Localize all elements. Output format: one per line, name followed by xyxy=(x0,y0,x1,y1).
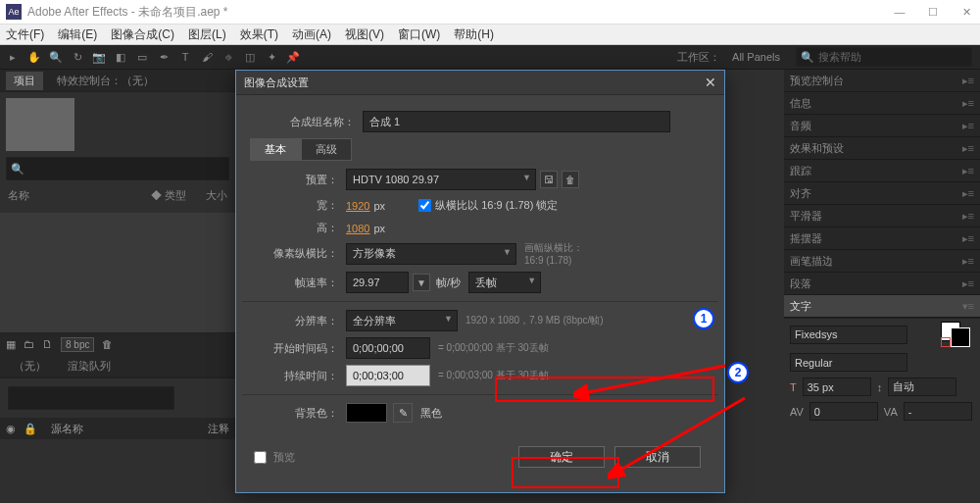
tab-render-queue[interactable]: 渲染队列 xyxy=(60,357,119,376)
tab-advanced[interactable]: 高级 xyxy=(301,138,352,161)
tab-effect-controls[interactable]: 特效控制台：（无） xyxy=(49,72,162,90)
project-search-input[interactable]: 🔍 xyxy=(6,157,229,180)
fps-input[interactable]: 29.97 xyxy=(346,272,409,293)
preview-checkbox[interactable] xyxy=(254,451,267,464)
preset-dropdown[interactable]: HDTV 1080 29.97▼ xyxy=(346,169,536,190)
no-color-icon[interactable] xyxy=(941,337,951,347)
menu-layer[interactable]: 图层(L) xyxy=(188,26,226,43)
lock-icon[interactable]: 🔒 xyxy=(24,423,37,435)
ok-button[interactable]: 确定 xyxy=(518,446,605,468)
lock-aspect-checkbox[interactable] xyxy=(418,199,431,212)
save-preset-icon[interactable]: 🖫 xyxy=(540,171,558,188)
bgcolor-name: 黑色 xyxy=(420,406,442,421)
resolution-dropdown[interactable]: 全分辨率▼ xyxy=(346,310,458,331)
rstrip-effects[interactable]: 效果和预设▸≡ xyxy=(784,137,980,160)
rstrip-tracker[interactable]: 跟踪▸≡ xyxy=(784,160,980,182)
menu-window[interactable]: 窗口(W) xyxy=(398,26,440,43)
workspace-label: 工作区： xyxy=(677,50,720,65)
minimize-button[interactable]: — xyxy=(892,4,907,20)
font-size-input[interactable]: 35 px xyxy=(803,377,871,396)
eye-icon[interactable]: ◉ xyxy=(6,423,16,435)
rotate-tool-icon[interactable]: ↻ xyxy=(69,48,86,66)
menu-help[interactable]: 帮助(H) xyxy=(454,26,494,43)
hand-tool-icon[interactable]: ✋ xyxy=(25,48,43,66)
eraser-tool-icon[interactable]: ◫ xyxy=(241,48,259,66)
close-window-button[interactable]: ✕ xyxy=(958,4,974,20)
zoom-tool-icon[interactable]: 🔍 xyxy=(47,48,65,66)
tab-none-comp[interactable]: （无） xyxy=(6,357,54,376)
menu-animation[interactable]: 动画(A) xyxy=(292,26,331,43)
menu-composition[interactable]: 图像合成(C) xyxy=(111,26,174,43)
clone-tool-icon[interactable]: ⎆ xyxy=(220,48,237,66)
rstrip-align[interactable]: 对齐▸≡ xyxy=(784,182,980,205)
menu-effect[interactable]: 效果(T) xyxy=(240,26,278,43)
kerning-input[interactable]: 0 xyxy=(809,402,878,421)
pen-tool-icon[interactable]: ✒ xyxy=(155,48,172,66)
fps-dropdown-icon[interactable]: ▼ xyxy=(413,274,430,291)
par-dropdown[interactable]: 方形像素▼ xyxy=(346,243,516,265)
shape-tool-icon[interactable]: ▭ xyxy=(133,48,151,66)
start-tc-input[interactable]: 0;00;00;00 xyxy=(346,337,430,359)
timeline-search[interactable] xyxy=(8,386,174,410)
selection-tool-icon[interactable]: ▸ xyxy=(4,48,22,66)
comment-header[interactable]: 注释 xyxy=(208,422,229,436)
rstrip-smoother[interactable]: 平滑器▸≡ xyxy=(784,205,980,227)
composition-thumbnail[interactable] xyxy=(6,98,74,151)
search-icon: 🔍 xyxy=(801,51,814,64)
rstrip-wiggler[interactable]: 摇摆器▸≡ xyxy=(784,227,980,250)
rstrip-preview[interactable]: 预览控制台▸≡ xyxy=(784,70,980,92)
tab-project[interactable]: 项目 xyxy=(6,72,43,90)
rstrip-audio[interactable]: 音频▸≡ xyxy=(784,115,980,137)
col-name[interactable]: 名称 xyxy=(8,188,29,203)
tracking-input[interactable]: - xyxy=(904,402,972,421)
text-tool-icon[interactable]: T xyxy=(176,48,194,66)
menu-view[interactable]: 视图(V) xyxy=(345,26,384,43)
help-search-placeholder: 搜索帮助 xyxy=(818,50,861,65)
duration-input[interactable]: 0;00;03;00 xyxy=(346,365,430,386)
cancel-button[interactable]: 取消 xyxy=(614,446,701,468)
bgcolor-swatch[interactable] xyxy=(346,403,387,423)
camera-tool-icon[interactable]: 📷 xyxy=(90,48,108,66)
tab-basic[interactable]: 基本 xyxy=(250,138,301,161)
search-icon: 🔍 xyxy=(11,163,24,176)
height-value[interactable]: 1080 xyxy=(346,223,369,234)
maximize-button[interactable]: ☐ xyxy=(925,4,941,20)
frame-aspect-value: 16:9 (1.78) xyxy=(524,255,612,266)
panbehind-tool-icon[interactable]: ◧ xyxy=(112,48,129,66)
workspace-value[interactable]: All Panels xyxy=(732,51,780,63)
frame-aspect-label: 画幅纵横比： xyxy=(524,241,612,255)
brush-tool-icon[interactable]: 🖌 xyxy=(198,48,216,66)
bpc-toggle[interactable]: 8 bpc xyxy=(61,337,94,352)
comp-name-input[interactable]: 合成 1 xyxy=(363,111,670,132)
width-value[interactable]: 1920 xyxy=(346,200,369,212)
interpret-icon[interactable]: ▦ xyxy=(6,338,16,351)
duration-label: 持续时间： xyxy=(250,369,338,383)
source-name-header[interactable]: 源名称 xyxy=(51,422,83,436)
menu-edit[interactable]: 编辑(E) xyxy=(58,26,97,43)
dialog-close-button[interactable]: ✕ xyxy=(705,75,716,90)
col-type[interactable]: ◆ 类型 xyxy=(151,188,186,203)
new-comp-icon[interactable]: 🗋 xyxy=(42,338,53,350)
roto-tool-icon[interactable]: ✦ xyxy=(263,48,280,66)
menu-file[interactable]: 文件(F) xyxy=(6,26,44,43)
stroke-color-swatch[interactable] xyxy=(951,327,970,347)
folder-icon[interactable]: 🗀 xyxy=(24,338,34,350)
eyedropper-icon[interactable]: ✎ xyxy=(393,403,413,423)
trash-icon[interactable]: 🗑 xyxy=(102,338,113,350)
rstrip-character[interactable]: 文字▾≡ xyxy=(784,295,980,318)
height-unit: px xyxy=(373,223,385,234)
dropframe-dropdown[interactable]: 丢帧▼ xyxy=(468,272,541,293)
rstrip-paint[interactable]: 画笔描边▸≡ xyxy=(784,250,980,273)
rstrip-paragraph[interactable]: 段落▸≡ xyxy=(784,273,980,295)
font-style-input[interactable]: Regular xyxy=(790,353,907,372)
bgcolor-label: 背景色： xyxy=(250,406,338,421)
height-label: 高： xyxy=(250,221,338,235)
rstrip-info[interactable]: 信息▸≡ xyxy=(784,92,980,115)
puppet-tool-icon[interactable]: 📌 xyxy=(284,48,302,66)
font-family-input[interactable]: Fixedsys xyxy=(790,326,907,344)
delete-preset-icon[interactable]: 🗑 xyxy=(562,171,579,188)
col-size[interactable]: 大小 xyxy=(206,188,227,203)
help-search-input[interactable]: 🔍 搜索帮助 xyxy=(796,47,972,67)
project-footer: ▦ 🗀 🗋 8 bpc 🗑 xyxy=(0,332,235,355)
leading-input[interactable]: 自动 xyxy=(888,377,956,396)
